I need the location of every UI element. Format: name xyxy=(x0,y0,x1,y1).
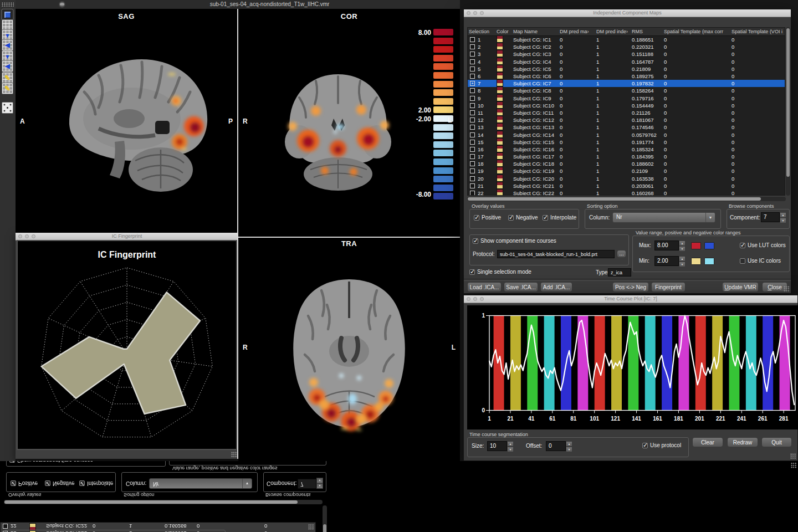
resize-grip-icon[interactable] xyxy=(790,453,796,459)
use-ic-colors-checkbox[interactable]: Use IC colors xyxy=(740,258,781,264)
sag-view[interactable]: SAG A P xyxy=(16,9,237,233)
table-row[interactable]: 20Subject CG: IC20010.16353800 xyxy=(468,175,785,182)
spinner-up-icon[interactable]: ▲ xyxy=(566,441,572,447)
column-header-6[interactable]: Spatial Template (max corr xyxy=(663,29,730,34)
table-row[interactable]: 21Subject CG: IC21010.20306100 xyxy=(468,182,785,190)
offset-spinner[interactable]: 0 ▲▼ xyxy=(546,441,572,451)
column-header-2[interactable]: Map Name xyxy=(512,29,559,34)
update-vmr-button[interactable]: Update VMR xyxy=(722,282,759,292)
size-spinner[interactable]: 10 ▲▼ xyxy=(487,441,514,451)
column-header-1[interactable]: Color xyxy=(495,29,512,34)
table-row[interactable]: +7Subject CG: IC7010.19783200 xyxy=(468,80,785,87)
row-select-checkbox[interactable] xyxy=(470,117,475,122)
row-select-checkbox[interactable] xyxy=(470,37,475,42)
table-row[interactable]: 17Subject CG: IC17010.18439500 xyxy=(468,153,785,160)
clear-button[interactable]: Clear xyxy=(692,437,723,447)
table-row[interactable]: 3Subject CG: IC3010.15118800 xyxy=(468,50,785,58)
resize-grip-icon[interactable] xyxy=(231,452,237,458)
row-select-checkbox[interactable] xyxy=(470,103,475,108)
timecourse-plot-area[interactable]: 1214161811011211411611812012212412612811… xyxy=(467,305,798,429)
row-select-checkbox[interactable] xyxy=(470,168,475,173)
row-select-checkbox[interactable] xyxy=(470,96,475,101)
redraw-button[interactable]: Redraw xyxy=(727,437,758,447)
table-row[interactable]: 5Subject CG: IC5010.2180900 xyxy=(468,65,785,73)
quit-button[interactable]: Quit xyxy=(761,437,792,447)
fingerprint-button[interactable]: Fingerprint xyxy=(651,282,686,292)
overlay-positive-checkbox[interactable]: Positive xyxy=(474,214,501,221)
view-3d-cube-icon[interactable] xyxy=(2,9,13,21)
table-header-row[interactable]: SelectionColorMap NameDM pred ma›DM pred… xyxy=(468,28,785,36)
table-row[interactable]: 13Subject CG: IC13010.17454600 xyxy=(468,124,785,131)
spinner-up-icon[interactable]: ▲ xyxy=(507,441,514,447)
row-select-checkbox[interactable] xyxy=(470,125,475,130)
table-row[interactable]: 6Subject CG: IC6010.18927500 xyxy=(468,73,785,80)
vmr-window-titlebar[interactable]: sub-01_ses-04_acq-nondistorted_T1w_IIHC.… xyxy=(16,0,524,9)
tra-view[interactable]: TRA R L xyxy=(238,233,460,461)
draw-pencil-icon[interactable]: ✎ xyxy=(2,72,13,84)
sort-column-dropdown[interactable]: Nr ▾ xyxy=(612,212,715,223)
table-row[interactable]: 14Subject CG: IC14010.057976200 xyxy=(468,131,785,138)
row-select-checkbox[interactable] xyxy=(470,74,475,79)
table-row[interactable]: 15Subject CG: IC15010.19177400 xyxy=(468,139,785,146)
row-select-checkbox[interactable] xyxy=(470,147,475,152)
table-row[interactable]: 11Subject CG: IC11010.2112600 xyxy=(468,109,785,116)
show-component-timecourses-checkbox[interactable]: Show component time courses xyxy=(473,238,556,244)
column-header-4[interactable]: DM pred inde› xyxy=(595,29,631,34)
row-select-checkbox[interactable] xyxy=(470,140,475,145)
single-selection-mode-checkbox[interactable]: Single selection mode xyxy=(469,269,531,275)
add-ica-button[interactable]: Add .ICA... xyxy=(540,282,572,292)
row-select-checkbox[interactable] xyxy=(470,59,475,64)
table-row[interactable]: 10Subject CG: IC10010.15444900 xyxy=(468,102,785,109)
row-select-checkbox[interactable] xyxy=(470,176,475,181)
cor-view[interactable]: COR R L xyxy=(238,9,460,233)
row-select-checkbox[interactable] xyxy=(470,88,475,93)
table-horizontal-scrollbar[interactable] xyxy=(467,197,786,201)
positive-color-swatch-2[interactable] xyxy=(704,242,714,249)
row-select-checkbox[interactable]: + xyxy=(470,81,475,86)
table-row[interactable]: 8Subject CG: IC8010.15826400 xyxy=(468,87,785,94)
spinner-down-icon[interactable]: ▼ xyxy=(679,246,686,252)
fingerprint-window-titlebar[interactable]: IC Fingerprint xyxy=(16,233,238,241)
table-row[interactable]: 16Subject CG: IC16010.18532400 xyxy=(468,146,785,153)
component-table[interactable]: SelectionColorMap NameDM pred ma›DM pred… xyxy=(467,27,785,196)
dice-pattern-icon[interactable] xyxy=(2,102,13,114)
min-spinner[interactable]: 2.00 ▲▼ xyxy=(654,256,686,266)
row-select-checkbox[interactable] xyxy=(470,161,475,166)
resize-grip-icon[interactable] xyxy=(784,286,790,292)
table-row[interactable]: 12Subject CG: IC12010.18106700 xyxy=(468,116,785,124)
pos-neg-button[interactable]: Pos <-> Neg xyxy=(612,282,649,292)
grid-cor-view-icon[interactable]: ◀ xyxy=(2,39,13,51)
row-select-checkbox[interactable] xyxy=(470,154,475,159)
table-row[interactable]: 1Subject CG: IC1010.18865100 xyxy=(468,36,785,43)
column-header-5[interactable]: RMS xyxy=(631,29,663,34)
negative-color-swatch-2[interactable] xyxy=(704,258,714,265)
component-spinner[interactable]: 7 ▲▼ xyxy=(761,212,786,222)
spinner-down-icon[interactable]: ▼ xyxy=(679,262,686,267)
load-ica-button[interactable]: Load .ICA... xyxy=(467,282,502,292)
overlay-interpolate-checkbox[interactable]: Interpolate xyxy=(543,214,576,221)
row-select-checkbox[interactable] xyxy=(470,52,475,57)
row-select-checkbox[interactable] xyxy=(470,66,475,71)
column-header-0[interactable]: Selection xyxy=(468,29,495,34)
positive-color-swatch-1[interactable] xyxy=(691,242,701,249)
grid-zoom-view-icon[interactable]: ◀ xyxy=(2,60,13,72)
protocol-field[interactable]: sub-01_ses-04_task-blocked_run-1_bold.pr… xyxy=(497,250,615,258)
timecourse-window-titlebar[interactable]: Time Course Plot [IC: 7] xyxy=(464,295,797,303)
table-row[interactable]: 22Subject CG: IC22010.16026800 xyxy=(468,190,785,196)
row-select-checkbox[interactable] xyxy=(470,191,475,196)
overlay-negative-checkbox[interactable]: Negative xyxy=(508,214,538,221)
protocol-browse-button[interactable]: ... xyxy=(617,250,626,258)
row-select-checkbox[interactable] xyxy=(470,132,475,137)
column-header-3[interactable]: DM pred ma› xyxy=(559,29,595,34)
fingerprint-canvas[interactable]: IC Fingerprint xyxy=(17,240,237,450)
row-select-checkbox[interactable] xyxy=(470,110,475,115)
table-row[interactable]: 19Subject CG: IC19010.210900 xyxy=(468,167,785,175)
spinner-down-icon[interactable]: ▼ xyxy=(507,447,514,452)
save-ica-button[interactable]: Save .ICA... xyxy=(504,282,538,292)
use-lut-colors-checkbox[interactable]: Use LUT colors xyxy=(740,242,786,248)
table-row[interactable]: 18Subject CG: IC18010.18860200 xyxy=(468,160,785,167)
toolbar-drag-handle-icon[interactable] xyxy=(2,2,14,7)
spinner-down-icon[interactable]: ▼ xyxy=(566,447,572,452)
table-vertical-scrollbar[interactable] xyxy=(786,27,790,196)
spinner-up-icon[interactable]: ▲ xyxy=(679,256,686,262)
